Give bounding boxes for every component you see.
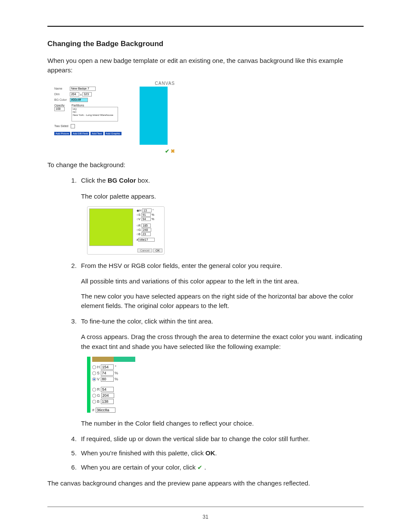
two-sided-label: Two Sided xyxy=(54,124,68,127)
r-label: R xyxy=(138,224,140,227)
partition-item[interactable]: NC xyxy=(73,111,117,114)
step-2: From the HSV or RGB color fields, enter … xyxy=(78,261,364,271)
top-rule xyxy=(47,26,364,27)
badge-editor-figure: CANVAS Name Dim x BG Color xyxy=(54,81,175,154)
g-label: G xyxy=(138,228,140,231)
radio-b[interactable] xyxy=(92,400,96,404)
hex-input[interactable] xyxy=(96,408,115,413)
step3-sub: A cross appears. Drag the cross through … xyxy=(81,332,364,352)
b-input[interactable] xyxy=(141,232,151,236)
bg-color-label: BG Color xyxy=(54,98,69,101)
hue-slider[interactable] xyxy=(87,357,90,413)
s-label: S xyxy=(138,213,140,216)
v-label: V xyxy=(97,377,100,381)
radio-r[interactable] xyxy=(92,388,96,392)
step2-sub2: The new color you have selected appears … xyxy=(81,292,364,311)
step2-sub1: All possible tints and variations of thi… xyxy=(81,277,364,286)
page-number: 31 xyxy=(0,514,411,520)
v-suffix: % xyxy=(152,218,154,221)
r-input[interactable] xyxy=(101,387,114,392)
check-icon: ✔ xyxy=(197,464,202,471)
intro-paragraph: When you open a new badge template or ed… xyxy=(47,56,364,75)
hex-input[interactable] xyxy=(138,238,155,242)
g-input[interactable] xyxy=(142,228,151,232)
bg-color-input[interactable] xyxy=(70,98,88,102)
change-bg-lead: To change the background: xyxy=(47,160,364,170)
step6-b: . xyxy=(202,464,206,471)
s-input[interactable] xyxy=(141,213,151,217)
step-1: Click the BG Color box. xyxy=(78,175,364,185)
partitions-list[interactable]: HQ NC New York - Long Island Warehouse xyxy=(72,107,118,121)
name-label: Name xyxy=(54,87,69,90)
s-suffix: % xyxy=(152,213,154,216)
v-input[interactable] xyxy=(101,376,114,382)
s-input[interactable] xyxy=(101,370,114,376)
partition-item[interactable]: New York - Long Island Warehouse xyxy=(73,114,117,117)
opacity-label: Opacity xyxy=(54,104,72,107)
add-text-button[interactable]: Add Text xyxy=(90,132,103,135)
step3-sub2: The number in the Color field changes to… xyxy=(81,419,364,429)
step5-c: . xyxy=(215,449,217,457)
h-input[interactable] xyxy=(101,364,114,370)
check-icon[interactable]: ✔ xyxy=(165,148,169,154)
h-input[interactable] xyxy=(142,208,152,212)
dim-height-input[interactable] xyxy=(82,92,92,96)
hex-prefix: # xyxy=(92,408,94,412)
new-color-swatch xyxy=(114,357,135,362)
ok-button[interactable]: OK xyxy=(153,249,162,252)
r-label: R xyxy=(97,387,100,392)
cancel-button[interactable]: Cancel xyxy=(137,249,152,252)
b-label: B xyxy=(97,399,100,404)
add-picture-button[interactable]: Add Picture xyxy=(54,132,70,135)
step1-sub: The color palette appears. xyxy=(81,192,364,202)
radio-s[interactable] xyxy=(92,371,96,375)
canvas-preview xyxy=(140,87,168,145)
radio-h[interactable] xyxy=(92,365,96,369)
dim-x: x xyxy=(80,93,82,96)
partition-item[interactable]: HQ xyxy=(73,108,117,111)
v-input[interactable] xyxy=(141,217,151,221)
step5-bold: OK xyxy=(206,449,215,457)
v-suffix: % xyxy=(115,377,118,381)
step1-bold: BG Color xyxy=(108,177,136,184)
dim-label: Dim xyxy=(54,93,69,96)
b-input[interactable] xyxy=(101,399,114,404)
add-graphic-button[interactable]: Add Graphic xyxy=(105,132,121,135)
h-label: H xyxy=(139,209,141,212)
r-input[interactable] xyxy=(141,224,151,227)
closing-paragraph: The canvas background changes and the pr… xyxy=(47,479,364,488)
color-picker-figure-1: ◉H ° ○S % ○V % ○R ○G ○B # Cancel OK xyxy=(87,206,165,255)
dim-width-input[interactable] xyxy=(70,92,79,96)
canvas-label: CANVAS xyxy=(54,81,175,86)
tint-area[interactable] xyxy=(89,208,133,246)
bottom-rule xyxy=(47,507,364,507)
opacity-input[interactable] xyxy=(54,107,65,111)
partitions-label: Partitions xyxy=(72,104,118,107)
name-input[interactable] xyxy=(70,87,96,91)
step-6: When you are certain of your color, clic… xyxy=(78,462,364,473)
h-label: H xyxy=(97,365,100,369)
color-picker-figure-2: H ° S % V % R G B # xyxy=(87,357,135,413)
step5-a: When you're finished with this palette, … xyxy=(81,449,206,457)
s-suffix: % xyxy=(115,371,118,375)
step1-text-a: Click the xyxy=(81,177,108,184)
old-color-swatch xyxy=(92,357,114,362)
cancel-icon[interactable]: ✖ xyxy=(171,148,175,154)
step-5: When you're finished with this palette, … xyxy=(78,448,364,458)
radio-v[interactable] xyxy=(92,377,96,381)
add-db-field-button[interactable]: Add DB Field xyxy=(72,132,89,135)
g-input[interactable] xyxy=(101,393,114,398)
step6-a: When you are certain of your color, clic… xyxy=(81,464,197,471)
section-heading: Changing the Badge Background xyxy=(47,40,364,48)
g-label: G xyxy=(97,393,100,398)
radio-g[interactable] xyxy=(92,394,96,398)
step-4: If required, slide up or down the vertic… xyxy=(78,434,364,444)
step1-text-c: box. xyxy=(136,177,150,184)
step-3: To fine-tune the color, click within the… xyxy=(78,316,364,326)
v-label: V xyxy=(138,218,140,221)
two-sided-checkbox[interactable] xyxy=(71,124,75,128)
s-label: S xyxy=(97,371,100,375)
b-label: B xyxy=(138,233,140,236)
